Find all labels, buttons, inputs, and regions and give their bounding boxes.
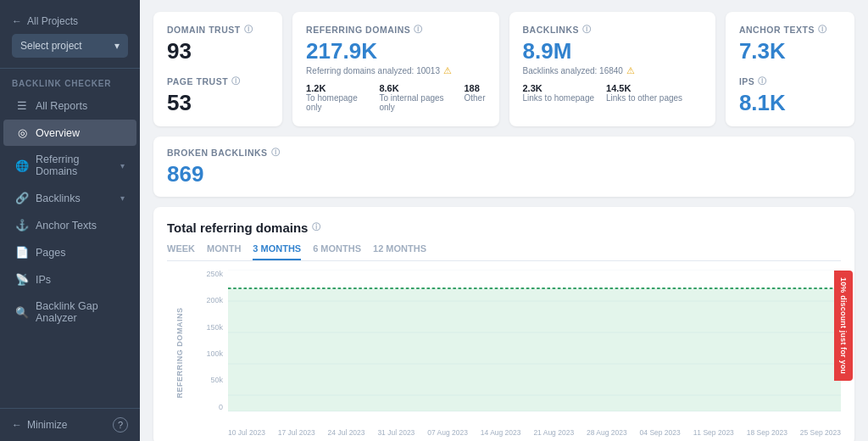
backlinks-value: 8.9M	[523, 39, 702, 64]
sidebar-item-referring-domains[interactable]: 🌐 Referring Domains ▾	[3, 147, 136, 184]
minimize-button[interactable]: ← Minimize	[12, 419, 67, 431]
page-trust-value: 53	[167, 91, 269, 115]
project-select-dropdown[interactable]: Select project ▾	[12, 34, 128, 58]
sidebar-label-backlink-gap: Backlink Gap Analyzer	[36, 300, 125, 324]
broken-backlinks-info-icon[interactable]: ⓘ	[271, 147, 281, 159]
domain-trust-info-icon[interactable]: ⓘ	[244, 24, 253, 36]
ip-icon: 📡	[15, 273, 29, 286]
referring-domains-label: REFERRING DOMAINS ⓘ	[306, 24, 485, 36]
tab-month[interactable]: MONTH	[207, 243, 241, 260]
chevron-icon-2: ▾	[120, 193, 125, 203]
x-label: 21 Aug 2023	[533, 428, 574, 437]
x-label: 14 Aug 2023	[481, 428, 521, 437]
list-icon: ☰	[15, 99, 29, 112]
all-projects-label: All Projects	[27, 15, 78, 27]
gap-icon: 🔍	[15, 306, 29, 319]
x-label: 28 Aug 2023	[587, 428, 627, 437]
x-label: 31 Jul 2023	[377, 428, 415, 437]
sidebar-item-backlink-gap[interactable]: 🔍 Backlink Gap Analyzer	[3, 293, 136, 331]
x-label: 18 Sep 2023	[747, 428, 787, 437]
backlinks-info-icon[interactable]: ⓘ	[582, 24, 592, 36]
breakdown-internal: 8.6K To internal pages only	[379, 83, 452, 112]
broken-backlinks-label: BROKEN BACKLINKS ⓘ	[167, 147, 841, 159]
backlinks-breakdown: 2.3K Links to homepage 14.5K Links to ot…	[523, 83, 702, 103]
chart-fill	[228, 288, 841, 411]
referring-domains-breakdown: 1.2K To homepage only 8.6K To internal p…	[306, 83, 485, 112]
anchor-texts-info-icon[interactable]: ⓘ	[818, 24, 827, 36]
minimize-label: Minimize	[27, 419, 67, 431]
ips-value: 8.1K	[739, 91, 841, 115]
sidebar-label-pages: Pages	[36, 247, 65, 259]
x-label: 25 Sep 2023	[800, 428, 841, 437]
x-label: 10 Jul 2023	[228, 428, 265, 437]
arrow-left-icon: ←	[12, 15, 22, 27]
domain-page-trust-card: DOMAIN TRUST ⓘ 93 PAGE TRUST ⓘ 53	[153, 12, 282, 126]
sidebar-label-all-reports: All Reports	[36, 100, 87, 112]
tab-6months[interactable]: 6 MONTHS	[313, 243, 361, 260]
help-icon-label: ?	[118, 420, 123, 430]
referring-domains-card: REFERRING DOMAINS ⓘ 217.9K Referring dom…	[292, 12, 498, 126]
x-label: 17 Jul 2023	[278, 428, 315, 437]
chart-svg	[228, 270, 841, 427]
breakdown-links-other: 14.5K Links to other pages	[606, 83, 682, 103]
backlinks-warn-icon: ⚠	[626, 65, 635, 76]
sidebar-label-referring-domains: Referring Domains	[36, 154, 114, 177]
breakdown-other: 188 Other	[464, 83, 485, 112]
x-label: 04 Sep 2023	[640, 428, 681, 437]
overview-icon: ◎	[15, 126, 29, 139]
backlinks-sub: Backlinks analyzed: 16840 ⚠	[523, 65, 702, 76]
sidebar-item-overview[interactable]: ◎ Overview	[3, 120, 136, 146]
broken-backlinks-card: BROKEN BACKLINKS ⓘ 869	[153, 137, 854, 197]
referring-domains-warn-icon: ⚠	[443, 65, 452, 76]
referring-domains-info-icon[interactable]: ⓘ	[414, 24, 423, 36]
sidebar-item-ips[interactable]: 📡 IPs	[3, 266, 136, 293]
sidebar-label-backlinks: Backlinks	[36, 193, 81, 204]
main-content: DOMAIN TRUST ⓘ 93 PAGE TRUST ⓘ 53 REFERR…	[140, 0, 868, 441]
sidebar-label-ips: IPs	[36, 274, 51, 286]
tab-3months[interactable]: 3 MONTHS	[253, 243, 301, 260]
backlinks-card: BACKLINKS ⓘ 8.9M Backlinks analyzed: 168…	[509, 12, 715, 126]
y-axis-ticks: 250k 200k 150k 100k 50k 0	[192, 270, 228, 427]
chart-area	[228, 270, 841, 427]
ips-info-icon[interactable]: ⓘ	[758, 75, 767, 87]
sidebar-item-pages[interactable]: 📄 Pages	[3, 239, 136, 265]
sidebar-label-anchor-texts: Anchor Texts	[36, 220, 97, 232]
anchor-texts-label: ANCHOR TEXTS ⓘ	[739, 24, 841, 36]
page-trust-label: PAGE TRUST ⓘ	[167, 75, 269, 87]
chevron-down-icon: ▾	[114, 40, 120, 52]
chart-info-icon[interactable]: ⓘ	[312, 221, 320, 233]
backlinks-label: BACKLINKS ⓘ	[523, 24, 702, 36]
link-icon: 🔗	[15, 192, 29, 204]
sidebar-item-backlinks[interactable]: 🔗 Backlinks ▾	[3, 185, 136, 211]
tab-week[interactable]: WEEK	[167, 243, 195, 260]
ips-label: IPS ⓘ	[739, 75, 841, 87]
breakdown-links-homepage: 2.3K Links to homepage	[523, 83, 595, 103]
referring-domains-sub: Referring domains analyzed: 10013 ⚠	[306, 65, 485, 76]
sidebar-item-all-reports[interactable]: ☰ All Reports	[3, 92, 136, 119]
chart-tabs: WEEK MONTH 3 MONTHS 6 MONTHS 12 MONTHS	[167, 243, 841, 261]
domain-trust-value: 93	[167, 39, 269, 64]
discount-banner[interactable]: 10% discount just for you	[834, 271, 853, 381]
help-button[interactable]: ?	[113, 417, 128, 433]
chevron-icon: ▾	[120, 161, 125, 170]
page-icon: 📄	[15, 246, 29, 259]
anchor-icon: ⚓	[15, 219, 29, 232]
sidebar-label-overview: Overview	[36, 127, 80, 139]
x-axis-labels: 10 Jul 2023 17 Jul 2023 24 Jul 2023 31 J…	[192, 428, 841, 437]
y-axis-label: REFERRING DOMAINS	[175, 308, 184, 399]
sidebar: ← All Projects Select project ▾ BACKLINK…	[0, 0, 140, 441]
sidebar-header: ← All Projects Select project ▾	[0, 0, 140, 69]
sidebar-nav: BACKLINK CHECKER ☰ All Reports ◎ Overvie…	[0, 69, 140, 408]
anchor-ips-card: ANCHOR TEXTS ⓘ 7.3K IPS ⓘ 8.1K	[726, 12, 854, 126]
breakdown-homepage: 1.2K To homepage only	[306, 83, 367, 112]
tab-12months[interactable]: 12 MONTHS	[373, 243, 426, 260]
project-select-placeholder: Select project	[20, 40, 82, 52]
all-projects-link[interactable]: ← All Projects	[12, 10, 128, 34]
sidebar-item-anchor-texts[interactable]: ⚓ Anchor Texts	[3, 212, 136, 238]
x-label: 11 Sep 2023	[693, 428, 734, 437]
minimize-icon: ←	[12, 419, 22, 431]
page-trust-info-icon[interactable]: ⓘ	[231, 75, 241, 87]
domain-trust-label: DOMAIN TRUST ⓘ	[167, 24, 269, 36]
metrics-row: DOMAIN TRUST ⓘ 93 PAGE TRUST ⓘ 53 REFERR…	[153, 12, 854, 126]
x-label: 24 Jul 2023	[328, 428, 365, 437]
